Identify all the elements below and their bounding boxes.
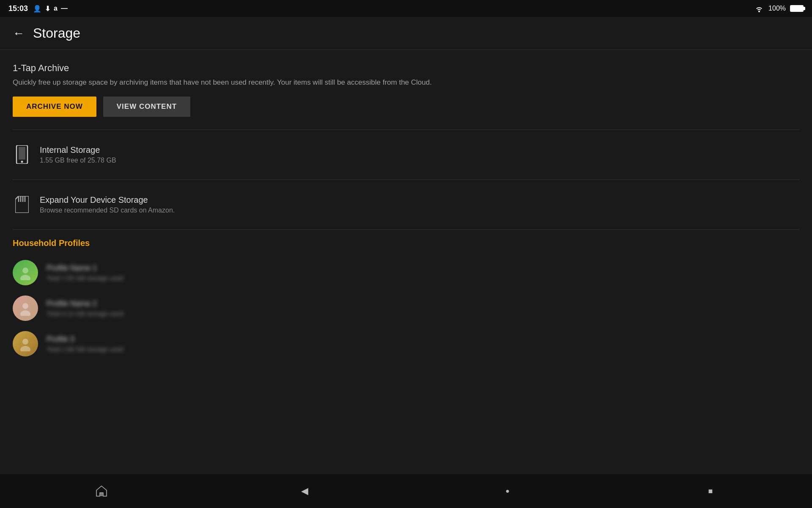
square-button[interactable]: ■ [698, 478, 723, 504]
internal-storage-item[interactable]: Internal Storage 1.55 GB free of 25.78 G… [13, 138, 799, 171]
expand-storage-detail: Browse recommended SD cards on Amazon. [40, 207, 175, 214]
time-display: 15:03 [8, 4, 28, 13]
phone-icon [13, 145, 31, 164]
profile-avatar-2 [13, 295, 38, 321]
back-nav-button[interactable]: ◀ [292, 478, 317, 504]
svg-point-2 [21, 161, 23, 163]
profile-name-3: Profile 3 [47, 335, 123, 344]
svg-point-7 [22, 268, 28, 273]
svg-rect-13 [100, 493, 103, 496]
home-button[interactable] [89, 478, 114, 504]
circle-button[interactable]: ● [495, 478, 520, 504]
profile-name-2: Profile Name 2 [47, 299, 123, 308]
back-button[interactable]: ← [13, 27, 25, 40]
profile-storage-3: Total 1.88 GB storage used [47, 345, 123, 353]
profile-info-1: Profile Name 1 Total 7.55 GB storage use… [47, 264, 123, 282]
battery-percent: 100% [768, 5, 786, 12]
divider-3 [13, 229, 799, 230]
svg-point-11 [22, 339, 28, 345]
profile-item-3[interactable]: Profile 3 Total 1.88 GB storage used [13, 326, 799, 362]
archive-buttons: ARCHIVE NOW VIEW CONTENT [13, 97, 799, 117]
amazon-icon: a [54, 5, 58, 12]
expand-storage-item[interactable]: Expand Your Device Storage Browse recomm… [13, 188, 799, 221]
svg-point-12 [20, 346, 30, 351]
dash-icon: — [61, 5, 68, 12]
status-bar: 15:03 👤 ⬇ a — 100% [0, 0, 812, 17]
profile-item-1[interactable]: Profile Name 1 Total 7.55 GB storage use… [13, 255, 799, 290]
main-content: 1-Tap Archive Quickly free up storage sp… [0, 50, 812, 374]
household-section: Household Profiles Profile Name 1 Total … [13, 238, 799, 362]
home-icon [95, 484, 108, 498]
status-bar-left: 15:03 👤 ⬇ a — [8, 4, 68, 13]
svg-point-9 [22, 303, 28, 309]
internal-storage-name: Internal Storage [40, 145, 116, 155]
internal-storage-info: Internal Storage 1.55 GB free of 25.78 G… [40, 145, 116, 164]
profile-storage-2: Total 4.12 GB storage used [47, 310, 123, 317]
profile-avatar-1 [13, 260, 38, 285]
internal-storage-detail: 1.55 GB free of 25.78 GB [40, 157, 116, 164]
profile-storage-1: Total 7.55 GB storage used [47, 274, 123, 282]
bottom-nav: ◀ ● ■ [0, 474, 812, 508]
profile-name-1: Profile Name 1 [47, 264, 123, 273]
divider-1 [13, 130, 799, 130]
profile-info-2: Profile Name 2 Total 4.12 GB storage use… [47, 299, 123, 317]
profile-avatar-3 [13, 331, 38, 356]
archive-title: 1-Tap Archive [13, 63, 799, 74]
profile-item-2[interactable]: Profile Name 2 Total 4.12 GB storage use… [13, 290, 799, 326]
notification-icon: ⬇ [45, 5, 50, 13]
archive-description: Quickly free up storage space by archivi… [13, 77, 799, 88]
archive-now-button[interactable]: ARCHIVE NOW [13, 97, 96, 117]
sdcard-icon [13, 195, 31, 214]
status-bar-right: 100% [754, 5, 804, 12]
household-title: Household Profiles [13, 238, 799, 248]
view-content-button[interactable]: VIEW CONTENT [103, 97, 190, 117]
svg-rect-1 [19, 147, 25, 160]
status-icons: 👤 ⬇ a — [33, 5, 68, 13]
person-icon: 👤 [33, 5, 41, 13]
header: ← Storage [0, 17, 812, 50]
expand-storage-name: Expand Your Device Storage [40, 195, 175, 205]
profile-info-3: Profile 3 Total 1.88 GB storage used [47, 335, 123, 353]
battery-icon [790, 5, 804, 12]
wifi-icon [754, 5, 764, 12]
archive-section: 1-Tap Archive Quickly free up storage sp… [13, 63, 799, 117]
svg-point-8 [20, 275, 30, 280]
expand-storage-info: Expand Your Device Storage Browse recomm… [40, 195, 175, 214]
svg-point-10 [20, 310, 30, 316]
divider-2 [13, 179, 799, 180]
page-title: Storage [33, 25, 80, 41]
